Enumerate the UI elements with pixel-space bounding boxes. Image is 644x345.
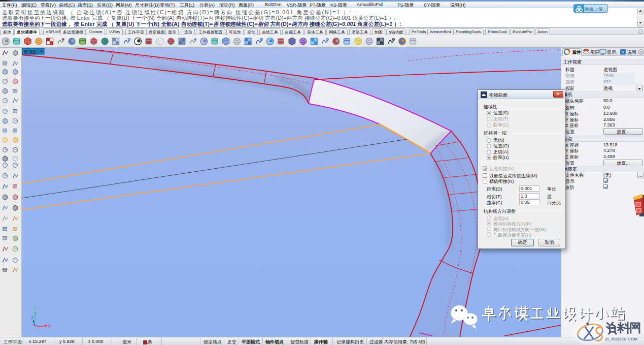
svg-text:ZL.XS1616.COM: ZL.XS1616.COM bbox=[605, 337, 637, 341]
svg-text:?: ? bbox=[622, 50, 624, 55]
svg-text:z: z bbox=[31, 315, 33, 320]
svg-text:x: x bbox=[48, 323, 51, 328]
svg-text:y: y bbox=[34, 305, 37, 310]
svg-text:透视图: 透视图 bbox=[24, 49, 37, 54]
